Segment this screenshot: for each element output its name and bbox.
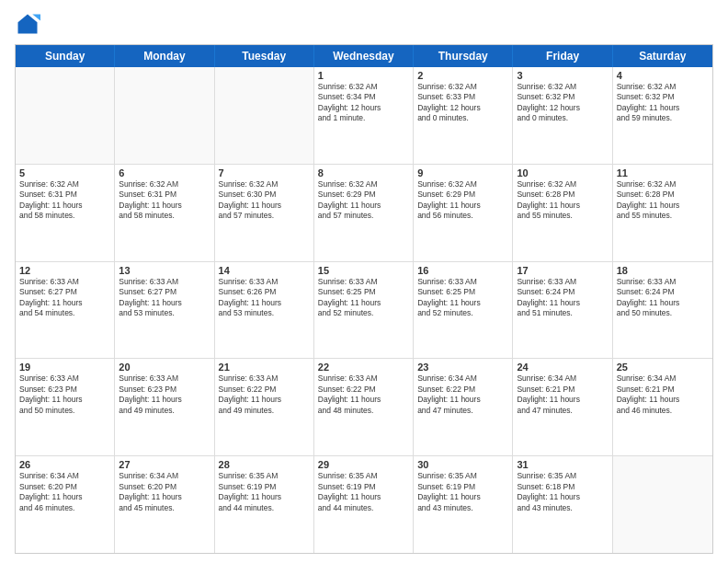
day-info: Sunrise: 6:33 AM Sunset: 6:24 PM Dayligh… xyxy=(617,277,709,319)
day-info: Sunrise: 6:33 AM Sunset: 6:23 PM Dayligh… xyxy=(119,373,210,416)
day-header-sunday: Sunday xyxy=(16,45,115,67)
calendar-row-4: 19Sunrise: 6:33 AM Sunset: 6:23 PM Dayli… xyxy=(16,359,712,456)
calendar-cell: 8Sunrise: 6:32 AM Sunset: 6:29 PM Daylig… xyxy=(314,165,414,261)
calendar-cell xyxy=(613,456,712,553)
calendar-cell xyxy=(115,67,214,164)
calendar-cell: 26Sunrise: 6:34 AM Sunset: 6:20 PM Dayli… xyxy=(16,456,115,553)
calendar: SundayMondayTuesdayWednesdayThursdayFrid… xyxy=(15,44,713,554)
calendar-cell: 4Sunrise: 6:32 AM Sunset: 6:32 PM Daylig… xyxy=(613,67,712,164)
calendar-cell: 21Sunrise: 6:33 AM Sunset: 6:22 PM Dayli… xyxy=(215,359,314,455)
day-info: Sunrise: 6:33 AM Sunset: 6:23 PM Dayligh… xyxy=(19,373,110,416)
day-number: 5 xyxy=(19,167,110,178)
calendar-cell: 29Sunrise: 6:35 AM Sunset: 6:19 PM Dayli… xyxy=(314,456,414,553)
day-number: 11 xyxy=(617,167,709,178)
day-info: Sunrise: 6:33 AM Sunset: 6:25 PM Dayligh… xyxy=(417,277,508,319)
day-info: Sunrise: 6:34 AM Sunset: 6:21 PM Dayligh… xyxy=(517,373,608,416)
day-number: 29 xyxy=(318,459,409,470)
day-info: Sunrise: 6:33 AM Sunset: 6:25 PM Dayligh… xyxy=(318,277,409,319)
day-info: Sunrise: 6:35 AM Sunset: 6:18 PM Dayligh… xyxy=(517,471,608,513)
calendar-header: SundayMondayTuesdayWednesdayThursdayFrid… xyxy=(16,45,712,67)
logo xyxy=(15,11,44,37)
day-info: Sunrise: 6:32 AM Sunset: 6:34 PM Dayligh… xyxy=(318,82,409,124)
day-info: Sunrise: 6:32 AM Sunset: 6:33 PM Dayligh… xyxy=(417,82,508,124)
day-header-thursday: Thursday xyxy=(414,45,513,67)
calendar-row-3: 12Sunrise: 6:33 AM Sunset: 6:27 PM Dayli… xyxy=(16,262,712,360)
day-info: Sunrise: 6:34 AM Sunset: 6:22 PM Dayligh… xyxy=(417,373,508,416)
calendar-cell: 17Sunrise: 6:33 AM Sunset: 6:24 PM Dayli… xyxy=(513,262,612,359)
day-number: 24 xyxy=(517,362,608,373)
day-number: 7 xyxy=(219,167,310,178)
day-number: 16 xyxy=(417,265,508,276)
day-number: 14 xyxy=(219,265,310,276)
day-info: Sunrise: 6:32 AM Sunset: 6:28 PM Dayligh… xyxy=(617,179,709,222)
day-header-tuesday: Tuesday xyxy=(215,45,314,67)
calendar-cell: 11Sunrise: 6:32 AM Sunset: 6:28 PM Dayli… xyxy=(613,165,712,261)
day-number: 6 xyxy=(119,167,210,178)
calendar-cell: 18Sunrise: 6:33 AM Sunset: 6:24 PM Dayli… xyxy=(613,262,712,359)
day-number: 17 xyxy=(517,265,608,276)
logo-icon xyxy=(15,11,40,37)
day-number: 4 xyxy=(617,70,709,81)
day-info: Sunrise: 6:34 AM Sunset: 6:20 PM Dayligh… xyxy=(19,471,110,513)
day-info: Sunrise: 6:34 AM Sunset: 6:20 PM Dayligh… xyxy=(119,471,210,513)
calendar-cell: 27Sunrise: 6:34 AM Sunset: 6:20 PM Dayli… xyxy=(115,456,214,553)
day-info: Sunrise: 6:32 AM Sunset: 6:31 PM Dayligh… xyxy=(119,179,210,222)
day-header-monday: Monday xyxy=(115,45,214,67)
day-number: 13 xyxy=(119,265,210,276)
calendar-cell: 25Sunrise: 6:34 AM Sunset: 6:21 PM Dayli… xyxy=(613,359,712,455)
svg-marker-0 xyxy=(18,15,38,34)
day-number: 15 xyxy=(318,265,409,276)
day-info: Sunrise: 6:32 AM Sunset: 6:29 PM Dayligh… xyxy=(318,179,409,222)
day-header-saturday: Saturday xyxy=(613,45,712,67)
day-info: Sunrise: 6:34 AM Sunset: 6:21 PM Dayligh… xyxy=(617,373,709,416)
calendar-cell: 30Sunrise: 6:35 AM Sunset: 6:19 PM Dayli… xyxy=(414,456,513,553)
day-info: Sunrise: 6:33 AM Sunset: 6:26 PM Dayligh… xyxy=(219,277,310,319)
calendar-cell: 16Sunrise: 6:33 AM Sunset: 6:25 PM Dayli… xyxy=(414,262,513,359)
calendar-row-5: 26Sunrise: 6:34 AM Sunset: 6:20 PM Dayli… xyxy=(16,456,712,553)
day-info: Sunrise: 6:32 AM Sunset: 6:30 PM Dayligh… xyxy=(219,179,310,222)
day-info: Sunrise: 6:33 AM Sunset: 6:22 PM Dayligh… xyxy=(219,373,310,416)
calendar-cell: 3Sunrise: 6:32 AM Sunset: 6:32 PM Daylig… xyxy=(513,67,612,164)
calendar-cell: 23Sunrise: 6:34 AM Sunset: 6:22 PM Dayli… xyxy=(414,359,513,455)
calendar-cell: 22Sunrise: 6:33 AM Sunset: 6:22 PM Dayli… xyxy=(314,359,414,455)
calendar-cell: 19Sunrise: 6:33 AM Sunset: 6:23 PM Dayli… xyxy=(16,359,115,455)
day-info: Sunrise: 6:32 AM Sunset: 6:29 PM Dayligh… xyxy=(417,179,508,222)
day-info: Sunrise: 6:33 AM Sunset: 6:27 PM Dayligh… xyxy=(19,277,110,319)
day-number: 19 xyxy=(19,362,110,373)
day-number: 1 xyxy=(318,70,409,81)
calendar-cell: 20Sunrise: 6:33 AM Sunset: 6:23 PM Dayli… xyxy=(115,359,214,455)
calendar-cell: 31Sunrise: 6:35 AM Sunset: 6:18 PM Dayli… xyxy=(513,456,612,553)
day-number: 2 xyxy=(417,70,508,81)
calendar-cell: 28Sunrise: 6:35 AM Sunset: 6:19 PM Dayli… xyxy=(215,456,314,553)
calendar-body: 1Sunrise: 6:32 AM Sunset: 6:34 PM Daylig… xyxy=(16,67,712,553)
calendar-cell: 12Sunrise: 6:33 AM Sunset: 6:27 PM Dayli… xyxy=(16,262,115,359)
day-number: 10 xyxy=(517,167,608,178)
day-info: Sunrise: 6:32 AM Sunset: 6:32 PM Dayligh… xyxy=(517,82,608,124)
day-number: 28 xyxy=(219,459,310,470)
day-info: Sunrise: 6:35 AM Sunset: 6:19 PM Dayligh… xyxy=(417,471,508,513)
day-number: 25 xyxy=(617,362,709,373)
day-number: 20 xyxy=(119,362,210,373)
day-number: 26 xyxy=(19,459,110,470)
calendar-cell: 14Sunrise: 6:33 AM Sunset: 6:26 PM Dayli… xyxy=(215,262,314,359)
day-number: 23 xyxy=(417,362,508,373)
calendar-cell: 5Sunrise: 6:32 AM Sunset: 6:31 PM Daylig… xyxy=(16,165,115,261)
day-number: 31 xyxy=(517,459,608,470)
day-info: Sunrise: 6:32 AM Sunset: 6:28 PM Dayligh… xyxy=(517,179,608,222)
day-number: 27 xyxy=(119,459,210,470)
day-info: Sunrise: 6:32 AM Sunset: 6:31 PM Dayligh… xyxy=(19,179,110,222)
calendar-row-1: 1Sunrise: 6:32 AM Sunset: 6:34 PM Daylig… xyxy=(16,67,712,165)
day-number: 18 xyxy=(617,265,709,276)
calendar-cell: 10Sunrise: 6:32 AM Sunset: 6:28 PM Dayli… xyxy=(513,165,612,261)
day-info: Sunrise: 6:33 AM Sunset: 6:22 PM Dayligh… xyxy=(318,373,409,416)
calendar-cell: 7Sunrise: 6:32 AM Sunset: 6:30 PM Daylig… xyxy=(215,165,314,261)
calendar-cell: 9Sunrise: 6:32 AM Sunset: 6:29 PM Daylig… xyxy=(414,165,513,261)
calendar-cell: 6Sunrise: 6:32 AM Sunset: 6:31 PM Daylig… xyxy=(115,165,214,261)
day-header-friday: Friday xyxy=(513,45,612,67)
day-number: 12 xyxy=(19,265,110,276)
calendar-row-2: 5Sunrise: 6:32 AM Sunset: 6:31 PM Daylig… xyxy=(16,165,712,262)
day-number: 8 xyxy=(318,167,409,178)
day-header-wednesday: Wednesday xyxy=(314,45,414,67)
day-info: Sunrise: 6:33 AM Sunset: 6:24 PM Dayligh… xyxy=(517,277,608,319)
calendar-cell: 15Sunrise: 6:33 AM Sunset: 6:25 PM Dayli… xyxy=(314,262,414,359)
